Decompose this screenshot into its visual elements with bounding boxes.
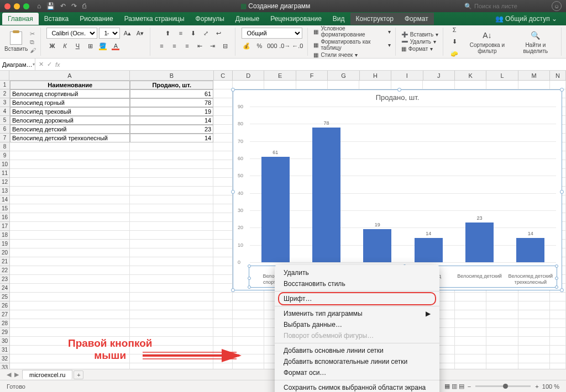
cell[interactable] bbox=[213, 248, 233, 257]
cell[interactable] bbox=[213, 160, 233, 169]
cell[interactable] bbox=[213, 195, 233, 204]
cell[interactable] bbox=[233, 310, 264, 319]
increase-font-icon[interactable]: A▴ bbox=[122, 28, 133, 39]
row-header[interactable]: 31 bbox=[0, 346, 10, 354]
orientation-icon[interactable]: ⤢ bbox=[201, 28, 212, 39]
cell[interactable] bbox=[213, 266, 233, 275]
fx-icon[interactable]: fx bbox=[55, 61, 60, 68]
ctx-major-gridlines[interactable]: Добавить основные линии сетки bbox=[275, 345, 439, 356]
cell[interactable] bbox=[213, 284, 233, 293]
view-normal-icon[interactable]: ▦ bbox=[444, 383, 450, 390]
cell[interactable] bbox=[10, 328, 130, 337]
column-header[interactable]: M bbox=[518, 71, 550, 80]
zoom-window[interactable] bbox=[23, 3, 29, 9]
cell[interactable] bbox=[10, 248, 130, 257]
cell[interactable] bbox=[130, 160, 213, 169]
number-format-select[interactable]: Общий bbox=[242, 28, 302, 39]
delete-cells-button[interactable]: ➖ Удалить ▾ bbox=[401, 39, 438, 45]
row-header[interactable]: 10 bbox=[0, 160, 10, 169]
row-header[interactable]: 27 bbox=[0, 310, 10, 319]
chart-plot-area[interactable]: 0102030405060708090617819142314 bbox=[250, 107, 556, 262]
zoom-slider[interactable] bbox=[475, 385, 531, 387]
zoom-level[interactable]: 100 % bbox=[542, 383, 559, 390]
row-header[interactable]: 18 bbox=[0, 231, 10, 240]
align-left-icon[interactable]: ≡ bbox=[156, 40, 167, 51]
name-box[interactable]: Диаграм…▾ bbox=[0, 59, 35, 70]
cell[interactable] bbox=[550, 293, 566, 301]
row-header[interactable]: 17 bbox=[0, 222, 10, 231]
ctx-format-axis[interactable]: Формат оси… bbox=[275, 367, 439, 378]
increase-indent-icon[interactable]: ⇥ bbox=[207, 40, 218, 51]
paste-button[interactable]: Вставить bbox=[4, 31, 28, 52]
user-avatar[interactable]: ☺ bbox=[552, 1, 562, 11]
cell[interactable] bbox=[213, 257, 233, 266]
cell[interactable] bbox=[10, 160, 130, 169]
sheet-nav-next-icon[interactable]: ▶ bbox=[14, 371, 19, 378]
cell[interactable] bbox=[423, 81, 454, 89]
cell[interactable] bbox=[10, 187, 130, 195]
column-header[interactable]: G bbox=[328, 71, 359, 80]
decrease-indent-icon[interactable]: ⇤ bbox=[194, 40, 205, 51]
ctx-font[interactable]: Шрифт… bbox=[275, 293, 439, 304]
column-header[interactable]: E bbox=[264, 71, 296, 80]
cell[interactable] bbox=[213, 169, 233, 178]
view-pagebreak-icon[interactable]: ▤ bbox=[459, 383, 464, 390]
column-header[interactable]: J bbox=[423, 71, 455, 80]
align-center-icon[interactable]: ≡ bbox=[169, 40, 180, 51]
row-header[interactable]: 4 bbox=[0, 107, 10, 116]
row-header[interactable]: 2 bbox=[0, 89, 10, 98]
chart-bar[interactable] bbox=[312, 128, 340, 262]
cell[interactable] bbox=[10, 319, 130, 328]
chart-title[interactable]: Продано, шт. bbox=[233, 93, 562, 102]
cell[interactable] bbox=[264, 81, 296, 89]
cell[interactable] bbox=[130, 178, 213, 187]
cell[interactable] bbox=[550, 354, 566, 363]
cell[interactable] bbox=[130, 151, 213, 160]
row-header[interactable]: 22 bbox=[0, 266, 10, 275]
cell[interactable] bbox=[213, 222, 233, 231]
cell[interactable] bbox=[213, 213, 233, 222]
cell[interactable] bbox=[213, 116, 233, 125]
row-header[interactable]: 3 bbox=[0, 98, 10, 107]
chart-object[interactable]: Продано, шт. 010203040506070809061781914… bbox=[233, 89, 562, 290]
cell[interactable] bbox=[10, 195, 130, 204]
font-color-button[interactable]: A bbox=[110, 40, 121, 51]
cell[interactable] bbox=[130, 275, 213, 284]
cell[interactable] bbox=[486, 293, 518, 301]
select-all-triangle[interactable] bbox=[0, 71, 9, 80]
cell[interactable] bbox=[10, 151, 130, 160]
chart-bar[interactable] bbox=[465, 223, 494, 262]
cell[interactable] bbox=[486, 81, 518, 89]
cell[interactable] bbox=[130, 301, 213, 310]
tab-insert[interactable]: Вставка bbox=[39, 13, 75, 25]
chart-bar[interactable] bbox=[516, 238, 544, 262]
row-header[interactable]: 23 bbox=[0, 275, 10, 284]
row-header[interactable]: 9 bbox=[0, 151, 10, 160]
cell[interactable] bbox=[359, 81, 391, 89]
cell[interactable] bbox=[10, 310, 130, 319]
cell[interactable] bbox=[518, 301, 550, 310]
cell[interactable]: 23 bbox=[130, 125, 213, 134]
cell[interactable] bbox=[10, 222, 130, 231]
row-header[interactable]: 19 bbox=[0, 240, 10, 248]
row-header[interactable]: 15 bbox=[0, 204, 10, 213]
percent-icon[interactable]: % bbox=[254, 40, 265, 51]
column-header[interactable]: F bbox=[296, 71, 328, 80]
row-header[interactable]: 1 bbox=[0, 81, 10, 89]
underline-button[interactable]: Ч bbox=[72, 40, 83, 51]
ctx-delete[interactable]: Удалить bbox=[275, 267, 439, 278]
italic-button[interactable]: К bbox=[59, 40, 70, 51]
cell[interactable] bbox=[213, 275, 233, 284]
cell[interactable] bbox=[391, 81, 423, 89]
print-icon[interactable]: ⎙ bbox=[82, 2, 86, 10]
column-header[interactable]: I bbox=[391, 71, 423, 80]
cell[interactable] bbox=[213, 293, 233, 301]
cell[interactable] bbox=[518, 293, 550, 301]
column-header[interactable]: A bbox=[9, 71, 130, 80]
cell[interactable] bbox=[213, 134, 233, 142]
find-select-button[interactable]: 🔍 Найти и выделить bbox=[515, 30, 557, 54]
cell[interactable]: Велосипед горный bbox=[10, 98, 130, 107]
cut-icon[interactable]: ✂ bbox=[30, 30, 36, 38]
cell[interactable]: 78 bbox=[130, 98, 213, 107]
cell[interactable] bbox=[130, 222, 213, 231]
